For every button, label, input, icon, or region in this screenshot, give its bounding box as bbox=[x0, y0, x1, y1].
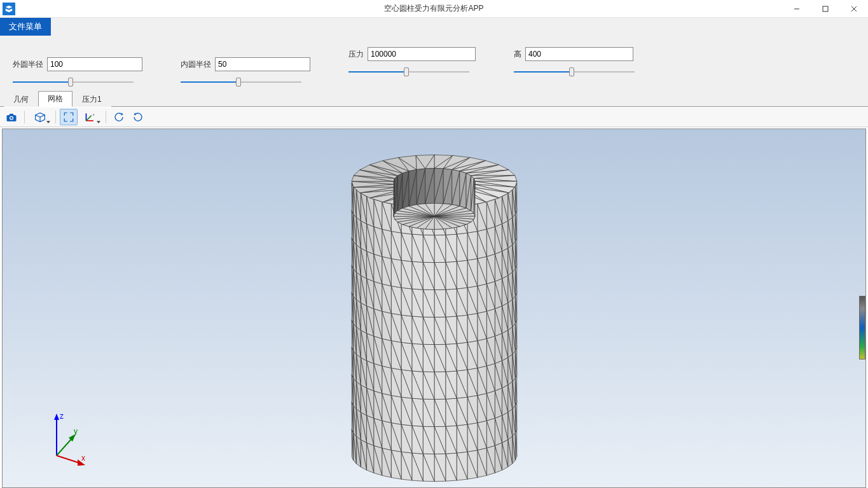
minimize-button[interactable] bbox=[782, 0, 811, 17]
3d-viewport[interactable]: z y x bbox=[2, 129, 866, 488]
viewcube-button[interactable] bbox=[29, 109, 52, 125]
file-menu[interactable]: 文件菜单 bbox=[0, 18, 51, 36]
chevron-down-icon bbox=[46, 121, 50, 123]
svg-rect-1 bbox=[823, 6, 828, 11]
outer-radius-label: 外圆半径 bbox=[13, 59, 43, 70]
param-height: 高 bbox=[514, 47, 635, 76]
inner-radius-slider[interactable] bbox=[181, 78, 301, 87]
axis-triad-button[interactable]: z bbox=[79, 109, 102, 125]
axis-y-label: y bbox=[74, 427, 78, 436]
tab-mesh[interactable]: 网格 bbox=[38, 91, 72, 107]
tab-geometry[interactable]: 几何 bbox=[4, 92, 38, 107]
viewport-side-strip[interactable] bbox=[859, 296, 865, 359]
view-tabs: 几何 网格 压力1 bbox=[0, 92, 868, 107]
inner-radius-input[interactable] bbox=[215, 57, 310, 71]
app-icon bbox=[3, 3, 15, 15]
zoom-extents-button[interactable] bbox=[60, 109, 78, 125]
chevron-down-icon bbox=[97, 121, 100, 123]
screenshot-button[interactable] bbox=[3, 109, 20, 125]
param-outer-radius: 外圆半径 bbox=[13, 57, 142, 87]
pressure-input[interactable] bbox=[368, 47, 476, 61]
svg-marker-564 bbox=[54, 414, 59, 420]
svg-line-567 bbox=[57, 456, 80, 463]
outer-radius-input[interactable] bbox=[47, 57, 142, 71]
viewport-toolbar: z bbox=[0, 107, 868, 127]
height-label: 高 bbox=[514, 49, 521, 60]
maximize-button[interactable] bbox=[811, 0, 839, 17]
outer-radius-slider[interactable] bbox=[13, 78, 134, 87]
parameter-panel: 外圆半径 内圆半径 压力 高 bbox=[0, 36, 868, 92]
axis-x-label: x bbox=[81, 454, 85, 463]
height-slider[interactable] bbox=[514, 67, 635, 76]
svg-point-5 bbox=[10, 117, 12, 119]
titlebar: 空心圆柱受力有限元分析APP bbox=[0, 0, 868, 18]
close-button[interactable] bbox=[839, 0, 868, 17]
mesh-render bbox=[320, 130, 549, 487]
svg-line-565 bbox=[57, 438, 72, 456]
axis-z-label: z bbox=[60, 412, 64, 421]
axis-gizmo: z y x bbox=[41, 411, 92, 468]
tab-pressure[interactable]: 压力1 bbox=[72, 92, 111, 107]
param-inner-radius: 内圆半径 bbox=[181, 57, 310, 87]
svg-line-8 bbox=[86, 116, 91, 121]
pressure-label: 压力 bbox=[348, 49, 364, 60]
svg-text:z: z bbox=[93, 113, 95, 116]
window-title: 空心圆柱受力有限元分析APP bbox=[0, 3, 868, 14]
inner-radius-label: 内圆半径 bbox=[181, 59, 211, 70]
height-input[interactable] bbox=[525, 47, 633, 61]
rotate-ccw-button[interactable] bbox=[110, 109, 128, 125]
rotate-cw-button[interactable] bbox=[129, 109, 147, 125]
pressure-slider[interactable] bbox=[348, 67, 469, 76]
menubar: 文件菜单 bbox=[0, 18, 868, 36]
param-pressure: 压力 bbox=[348, 47, 476, 76]
